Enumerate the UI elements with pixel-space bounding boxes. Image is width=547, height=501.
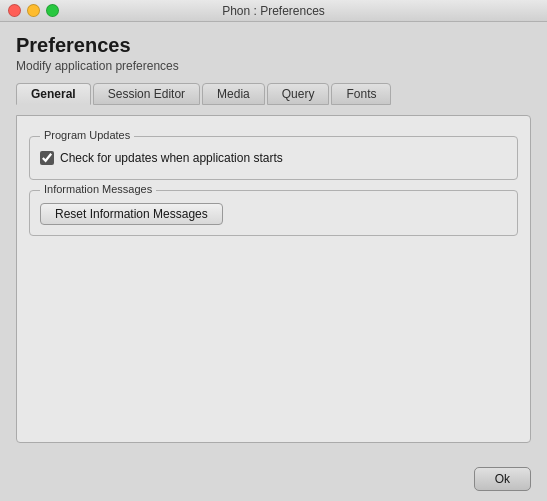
tab-general[interactable]: General (16, 83, 91, 105)
ok-button[interactable]: Ok (474, 467, 531, 491)
check-updates-row: Check for updates when application start… (40, 147, 507, 169)
tab-query[interactable]: Query (267, 83, 330, 105)
window-controls[interactable] (8, 4, 59, 17)
information-messages-label: Information Messages (40, 183, 156, 195)
tab-session-editor[interactable]: Session Editor (93, 83, 200, 105)
title-bar: Phon : Preferences (0, 0, 547, 22)
content-panel: Program Updates Check for updates when a… (16, 115, 531, 443)
close-button[interactable] (8, 4, 21, 17)
window-title: Phon : Preferences (222, 4, 325, 18)
tab-media[interactable]: Media (202, 83, 265, 105)
window-content: Preferences Modify application preferenc… (0, 22, 547, 459)
page-subtitle: Modify application preferences (16, 59, 531, 73)
program-updates-label: Program Updates (40, 129, 134, 141)
check-updates-checkbox[interactable] (40, 151, 54, 165)
information-messages-section: Information Messages Reset Information M… (29, 190, 518, 236)
tab-fonts[interactable]: Fonts (331, 83, 391, 105)
reset-information-messages-button[interactable]: Reset Information Messages (40, 203, 223, 225)
page-title: Preferences (16, 34, 531, 57)
footer: Ok (0, 459, 547, 501)
tabs-container: General Session Editor Media Query Fonts (16, 83, 531, 105)
maximize-button[interactable] (46, 4, 59, 17)
program-updates-section: Program Updates Check for updates when a… (29, 136, 518, 180)
check-updates-checkbox-label: Check for updates when application start… (60, 151, 283, 165)
minimize-button[interactable] (27, 4, 40, 17)
